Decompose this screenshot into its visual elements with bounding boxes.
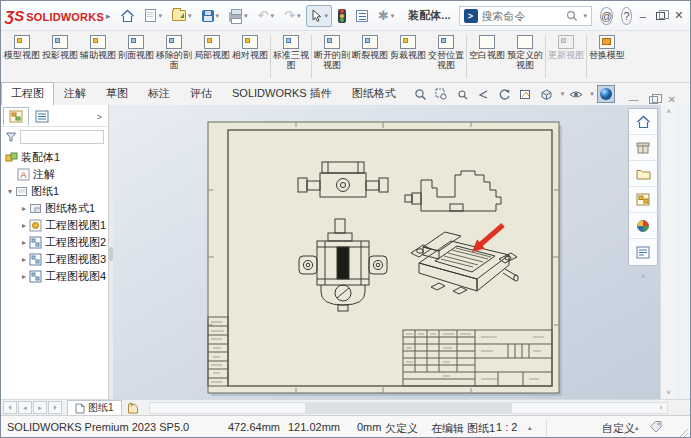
standard-3-view-button[interactable]: 标准三视图 [272, 32, 310, 81]
tab-annotation[interactable]: 注解 [54, 82, 96, 105]
auxiliary-view-button[interactable]: 辅助视图 [79, 32, 117, 81]
expand-caret-icon[interactable]: ▸ [19, 272, 29, 281]
replace-model-button[interactable]: 替换模型 [588, 32, 626, 81]
display-style-dropdown[interactable]: ▾ [561, 90, 565, 98]
hscroll-thumb[interactable] [305, 403, 512, 413]
redo-button[interactable]: ↷▾ [280, 5, 304, 27]
zoom-area-button[interactable] [433, 85, 451, 103]
scale-dropdown-icon[interactable]: ▴ [528, 424, 532, 432]
empty-view-button[interactable]: 空白视图 [468, 32, 506, 81]
rebuild-button[interactable] [334, 5, 350, 27]
sheet-tab-sheet1[interactable]: 图纸1 [67, 400, 122, 415]
close-button[interactable]: ✕ [672, 6, 686, 26]
help-button[interactable]: ? [621, 7, 632, 25]
tree-item-drawing-view3[interactable]: ▸ 工程图视图3 [1, 251, 108, 268]
tree-item-drawing-view2[interactable]: ▸ 工程图视图2 [1, 234, 108, 251]
tree-item-drawing-view4[interactable]: ▸ 工程图视图4 [1, 268, 108, 285]
tab-dimension[interactable]: 标注 [138, 82, 180, 105]
expand-caret-icon[interactable]: ▸ [19, 238, 29, 247]
tab-sketch[interactable]: 草图 [96, 82, 138, 105]
collapse-caret-icon[interactable]: ▾ [5, 187, 15, 196]
property-manager-tab[interactable] [29, 107, 55, 126]
tab-drawing[interactable]: 工程图 [1, 82, 54, 105]
apply-scene-button[interactable] [597, 85, 615, 103]
file-properties-button[interactable] [352, 5, 372, 27]
tab-addins[interactable]: SOLIDWORKS 插件 [222, 82, 342, 105]
options-button[interactable]: ✱▾ [374, 5, 398, 27]
tree-root-assembly[interactable]: 装配体1 [1, 149, 108, 166]
menu-expand-arrow[interactable]: ▸ [106, 11, 111, 21]
file-explorer-button[interactable] [629, 161, 657, 187]
expand-caret-icon[interactable]: ▸ [19, 255, 29, 264]
section-view-button[interactable]: 剖面视图 [117, 32, 155, 81]
save-button[interactable]: ▾ [198, 5, 224, 27]
minimize-button[interactable]: – [636, 6, 650, 26]
task-pane-collapse[interactable]: ˄ [628, 271, 658, 282]
removed-section-button[interactable]: 移除的剖面 [155, 32, 193, 81]
graphics-area[interactable]: ˄ ˅ ˄ [113, 105, 675, 399]
last-sheet-button[interactable]: ⏵ [48, 401, 62, 414]
add-sheet-button[interactable] [125, 401, 141, 414]
tree-item-drawing-view1[interactable]: ▸ 工程图视图1 [1, 217, 108, 234]
maximize-button[interactable] [654, 6, 668, 26]
alternate-position-view-button[interactable]: 交替位置视图 [427, 32, 465, 81]
view-settings-button[interactable] [567, 85, 585, 103]
zoom-selection-button[interactable] [454, 85, 472, 103]
login-button[interactable]: @ [600, 7, 613, 25]
detail-view-button[interactable]: 局部视图 [193, 32, 231, 81]
drawing-sheet[interactable] [208, 122, 562, 396]
doc-close-button[interactable]: ✕ [668, 94, 676, 105]
model-view-button[interactable]: 模型视图 [3, 32, 41, 81]
draw-3d-button[interactable] [517, 85, 535, 103]
projected-view-button[interactable]: 投影视图 [41, 32, 79, 81]
doc-minimize-button[interactable]: — [629, 94, 639, 105]
next-sheet-button[interactable]: ▸ [33, 401, 47, 414]
first-sheet-button[interactable]: ⏴ [3, 401, 17, 414]
panel-expand-arrow[interactable]: > [97, 112, 106, 122]
resources-home-button[interactable] [629, 109, 657, 135]
scroll-right-icon[interactable]: › [655, 403, 667, 413]
appearances-button[interactable] [629, 213, 657, 239]
scroll-up-icon[interactable]: ˄ [663, 106, 674, 117]
tree-item-sheet1[interactable]: ▾ 图纸1 [1, 183, 108, 200]
rotate-view-button[interactable] [496, 85, 514, 103]
relative-view-button[interactable]: 相对视图 [231, 32, 269, 81]
scroll-down-icon[interactable]: ˅ [663, 387, 674, 398]
open-button[interactable]: ▾ [168, 5, 196, 27]
vertical-scrollbar[interactable]: ˄ ˅ [660, 105, 675, 399]
view-palette-button[interactable] [629, 187, 657, 213]
undo-button[interactable]: ↶▾ [254, 5, 278, 27]
configuration[interactable]: 自定义 [602, 421, 635, 436]
broken-out-section-button[interactable]: 断开的剖视图 [313, 32, 351, 81]
doc-restore-button[interactable] [649, 96, 658, 104]
tags-button[interactable] [649, 420, 663, 435]
tab-sheet-format[interactable]: 图纸格式 [342, 82, 406, 105]
expand-caret-icon[interactable]: ▸ [19, 221, 29, 230]
tree-item-annotations[interactable]: A 注解 [1, 166, 108, 183]
search-scope-dropdown[interactable]: ▾ [584, 12, 588, 20]
custom-properties-button[interactable] [629, 239, 657, 265]
print-button[interactable]: ▾ [225, 5, 252, 27]
tab-evaluate[interactable]: 评估 [180, 82, 222, 105]
horizontal-scrollbar[interactable]: › [149, 402, 668, 414]
crop-view-button[interactable]: 剪裁视图 [389, 32, 427, 81]
previous-view-button[interactable] [475, 85, 493, 103]
view-settings-dropdown[interactable]: ▾ [590, 90, 594, 98]
zoom-fit-button[interactable] [412, 85, 430, 103]
search-icon[interactable] [566, 10, 578, 22]
expand-caret-icon[interactable]: ▸ [19, 204, 29, 213]
tree-item-sheet-format1[interactable]: ▸ 图纸格式1 [1, 200, 108, 217]
design-library-button[interactable] [629, 135, 657, 161]
config-dropdown-icon[interactable]: ▴ [635, 424, 639, 432]
predefined-view-button[interactable]: 预定义的视图 [506, 32, 544, 81]
select-tool-button[interactable]: ▾ [306, 5, 332, 27]
prev-sheet-button[interactable]: ◂ [18, 401, 32, 414]
break-view-button[interactable]: 断裂视图 [351, 32, 389, 81]
tree-filter-input[interactable] [20, 130, 104, 144]
sheet-scale[interactable]: 1 : 2 [496, 421, 517, 433]
search-input[interactable] [482, 10, 562, 22]
command-search[interactable]: > ▾ [459, 6, 593, 26]
home-button[interactable] [116, 5, 139, 27]
featuremanager-tab[interactable] [3, 107, 29, 126]
new-document-button[interactable]: ▾ [141, 5, 166, 27]
